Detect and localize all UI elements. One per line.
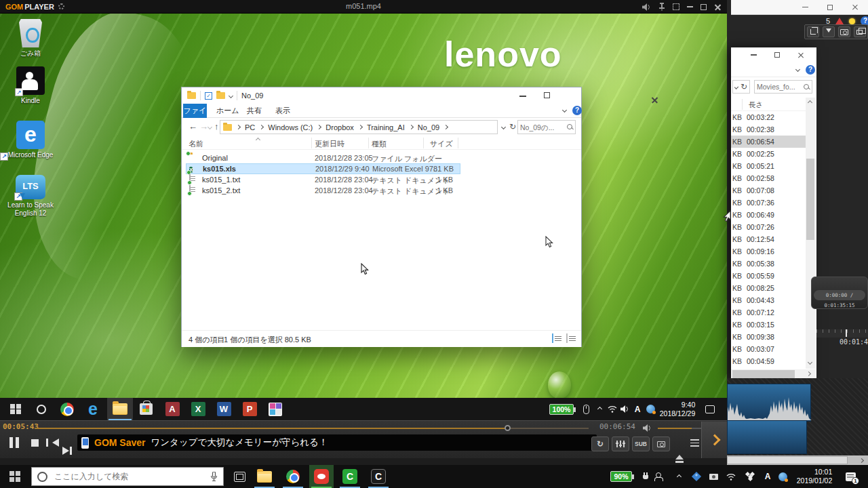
action-center-button[interactable]: 1: [841, 465, 860, 488]
movie-row[interactable]: KB00:05:59: [731, 270, 806, 282]
inner-tray-expand[interactable]: [594, 398, 605, 420]
volume-speaker-icon[interactable]: [643, 424, 652, 432]
scroll-down-icon[interactable]: [808, 360, 812, 365]
taskbar-clock[interactable]: 10:012019/01/02: [792, 465, 837, 488]
tab-share[interactable]: 共有: [247, 104, 262, 118]
breadcrumb-training-ai[interactable]: Training_AI: [367, 123, 405, 131]
tab-view[interactable]: 表示: [275, 104, 290, 118]
inner-store-button[interactable]: [134, 398, 157, 420]
movie-row[interactable]: KB00:03:15: [731, 319, 806, 331]
previous-button[interactable]: [46, 439, 56, 447]
column-size[interactable]: サイズ: [430, 139, 453, 149]
address-dropdown-icon[interactable]: [501, 125, 506, 129]
inner-word-button[interactable]: W: [212, 398, 236, 420]
playlist-menu-button[interactable]: [690, 438, 699, 448]
desktop-icon-edge[interactable]: e↗ Microsoft Edge: [1, 121, 60, 159]
pin-icon[interactable]: [658, 3, 665, 11]
microphone-icon[interactable]: [210, 472, 218, 482]
inner-wifi-indicator[interactable]: [606, 398, 618, 420]
inner-battery-indicator[interactable]: 100%: [545, 398, 578, 420]
inner-app-button[interactable]: [263, 398, 288, 420]
background-window-titlebar[interactable]: [731, 0, 868, 15]
chevron-down-icon[interactable]: [229, 93, 233, 98]
taskbar-capture-button[interactable]: C: [366, 465, 391, 488]
back-button[interactable]: ←: [189, 121, 197, 131]
inner-excel-button[interactable]: X: [186, 398, 210, 420]
timeline-playhead[interactable]: [846, 329, 847, 337]
wifi-indicator[interactable]: [724, 465, 738, 488]
movie-row[interactable]: KB00:02:25: [731, 148, 806, 160]
inner-edge-button[interactable]: e: [81, 398, 104, 420]
taskbar-camtasia-button[interactable]: C: [338, 465, 362, 488]
rotate-360-button[interactable]: ↻: [591, 436, 609, 451]
refresh-icon[interactable]: ↻: [509, 122, 516, 131]
gom-minimize-button[interactable]: [687, 6, 693, 7]
task-view-button[interactable]: [228, 465, 251, 488]
horizontal-scrollbar[interactable]: [731, 369, 815, 379]
bulb-icon[interactable]: [849, 18, 855, 24]
desktop-icon-kindle[interactable]: ↗ Kindle: [1, 66, 60, 105]
breadcrumb[interactable]: PC Windows (C:) Dropbox Training_AI No_0…: [220, 120, 498, 134]
quick-access-folder-icon[interactable]: [216, 92, 225, 99]
video-area[interactable]: lenovo ごみ箱 ↗ Kindle e↗ Microsoft Edge LT…: [0, 14, 727, 420]
next-button[interactable]: [62, 447, 72, 455]
movie-row[interactable]: KB00:08:25: [731, 282, 806, 294]
movie-row[interactable]: KB00:09:38: [731, 331, 806, 343]
taskbar-search-input[interactable]: [53, 471, 205, 482]
history-chevron-icon[interactable]: [208, 125, 212, 129]
movie-row-selected[interactable]: KB00:06:54: [731, 136, 806, 148]
scroll-right-icon[interactable]: [806, 371, 811, 376]
minimize-button[interactable]: [751, 54, 757, 56]
inner-cortana-tray[interactable]: [644, 398, 656, 420]
tab-home[interactable]: ホーム: [216, 104, 239, 118]
close-button[interactable]: [852, 4, 859, 11]
editor-scrollbar-thumb[interactable]: [727, 456, 848, 464]
help-icon[interactable]: ?: [806, 65, 815, 75]
inner-action-center[interactable]: [703, 398, 717, 420]
record-flag-icon[interactable]: [835, 18, 844, 24]
inner-chrome-button[interactable]: [56, 398, 79, 420]
movie-row[interactable]: KB00:07:26: [731, 221, 806, 233]
movie-row[interactable]: KB00:02:58: [731, 172, 806, 184]
breadcrumb-dropbox[interactable]: Dropbox: [326, 123, 354, 131]
file-row[interactable]: ks015_1.txt 2018/12/28 23:04 テキスト ドキュメント…: [182, 174, 581, 185]
explorer-search[interactable]: [517, 120, 576, 134]
speaker-icon[interactable]: [642, 3, 651, 11]
ime-indicator[interactable]: A: [762, 465, 773, 488]
people-button[interactable]: [652, 465, 667, 488]
inner-clock[interactable]: 9:402018/12/29: [658, 398, 697, 420]
explorer-search-input[interactable]: [520, 123, 567, 131]
gom-titlebar[interactable]: GOM PLAYER m051.mp4: [0, 0, 727, 14]
stop-button[interactable]: [31, 439, 39, 447]
explorer-close-button[interactable]: [651, 96, 658, 104]
column-length[interactable]: 長さ: [749, 100, 763, 110]
breadcrumb-no-09[interactable]: No_09: [418, 123, 439, 131]
taskbar-explorer-button[interactable]: [252, 465, 277, 488]
movies-search-input[interactable]: [757, 83, 804, 91]
movie-row[interactable]: KB00:07:36: [731, 197, 806, 209]
up-button[interactable]: ↑: [214, 121, 219, 131]
seek-handle[interactable]: [505, 425, 511, 431]
inner-start-button[interactable]: [4, 398, 27, 420]
fullscreen-icon[interactable]: [673, 3, 679, 10]
explorer-maximize-button[interactable]: [544, 92, 550, 98]
ribbon-collapse-icon[interactable]: [795, 67, 800, 72]
file-row[interactable]: ks015_2.txt 2018/12/28 23:04 テキスト ドキュメント…: [182, 185, 581, 196]
inner-explorer-button[interactable]: [107, 398, 133, 420]
movie-row[interactable]: KB00:07:12: [731, 306, 806, 319]
tray-device[interactable]: [707, 465, 720, 488]
explorer-minimize-button[interactable]: [519, 96, 526, 97]
column-date[interactable]: 更新日時: [315, 139, 344, 149]
inner-volume-indicator[interactable]: [618, 398, 631, 420]
movie-row[interactable]: KB00:03:22: [731, 111, 806, 123]
inner-access-button[interactable]: A: [160, 398, 184, 420]
eject-button[interactable]: [675, 455, 684, 463]
movie-row[interactable]: KB00:03:07: [731, 343, 806, 355]
pause-button[interactable]: [9, 437, 22, 451]
breadcrumb-windows-c[interactable]: Windows (C:): [268, 123, 313, 131]
scrollbar-thumb[interactable]: [806, 159, 814, 240]
close-button[interactable]: [797, 52, 804, 58]
inner-cortana-button[interactable]: [30, 398, 53, 420]
desktop-icon-recycle-bin[interactable]: ごみ箱: [1, 19, 60, 58]
maximize-button[interactable]: [774, 52, 780, 58]
